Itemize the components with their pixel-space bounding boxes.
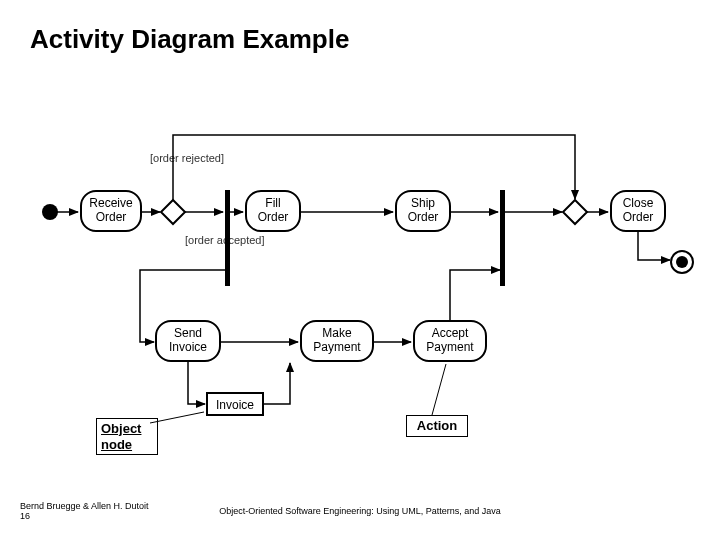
footer-book-title: Object-Oriented Software Engineering: Us… [219, 506, 501, 516]
svg-rect-2 [225, 190, 230, 286]
svg-line-14 [150, 412, 204, 423]
svg-line-15 [432, 364, 446, 415]
svg-rect-3 [500, 190, 505, 286]
diagram-stage: ReceiveOrder FillOrder ShipOrder CloseOr… [0, 0, 720, 540]
footer-author-text: Bernd Bruegge & Allen H. Dutoit [20, 501, 149, 511]
footer-page-number: 16 [20, 511, 30, 521]
svg-marker-0 [161, 200, 185, 224]
diagram-connectors [0, 0, 720, 540]
svg-marker-1 [563, 200, 587, 224]
footer-author: Bernd Bruegge & Allen H. Dutoit 16 [20, 502, 149, 522]
